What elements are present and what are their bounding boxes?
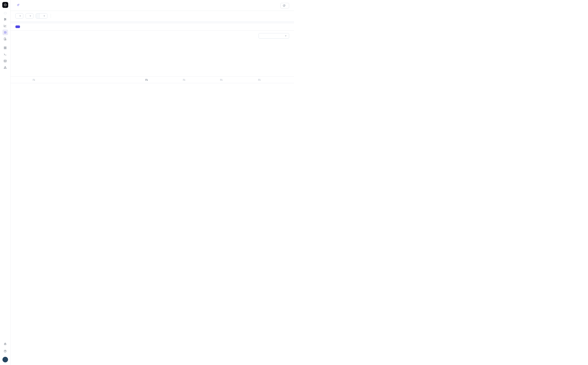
page-header — [11, 0, 294, 11]
inngest-logo[interactable] — [2, 2, 8, 8]
sort-icon — [145, 79, 148, 81]
code-window-icon[interactable] — [2, 58, 8, 64]
status-filter-label — [36, 14, 40, 18]
runs-histogram — [11, 41, 294, 76]
filter-divider — [51, 14, 51, 18]
sort-icon — [33, 79, 35, 81]
metrics-icon[interactable] — [2, 23, 8, 28]
learn-more-link[interactable] — [16, 4, 19, 6]
table-columns-select[interactable] — [259, 33, 289, 39]
table-header — [11, 76, 294, 83]
sidebar-nav — [2, 16, 8, 70]
main-content — [11, 0, 294, 83]
refresh-runs-button[interactable] — [280, 3, 289, 8]
column-header-function[interactable] — [219, 79, 257, 81]
chevron-down-icon — [19, 15, 21, 17]
column-header-run-id[interactable] — [32, 79, 69, 81]
search-events-icon[interactable] — [2, 36, 8, 42]
chevron-down-icon — [29, 15, 31, 17]
sort-field-dropdown[interactable] — [15, 13, 23, 19]
column-header-queued-at[interactable] — [144, 79, 182, 81]
column-header-ended-at[interactable] — [182, 79, 219, 81]
refresh-icon — [283, 4, 285, 7]
apps-grid-icon[interactable] — [2, 45, 8, 50]
chevron-down-icon — [285, 35, 287, 37]
webhook-icon[interactable] — [2, 65, 8, 70]
query-editor[interactable] — [11, 21, 294, 23]
sort-icon — [220, 79, 223, 81]
workspace-badge[interactable] — [4, 12, 7, 14]
chevron-down-icon — [43, 15, 45, 17]
query-actions — [11, 23, 294, 30]
functions-terminal-icon[interactable] — [2, 51, 8, 57]
filter-bar — [11, 11, 294, 21]
histogram-svg — [15, 41, 289, 75]
sort-icon — [258, 79, 260, 81]
external-link-icon — [17, 4, 19, 6]
status-filter[interactable] — [36, 13, 47, 19]
sidebar — [0, 0, 11, 182]
sort-icon — [183, 79, 185, 81]
run-query-button[interactable] — [15, 25, 20, 28]
runs-list-icon[interactable] — [2, 29, 8, 35]
results-header — [11, 30, 294, 41]
column-header-app[interactable] — [257, 79, 289, 81]
filters-sliders-icon[interactable] — [2, 16, 8, 22]
time-range-dropdown[interactable] — [26, 13, 34, 19]
